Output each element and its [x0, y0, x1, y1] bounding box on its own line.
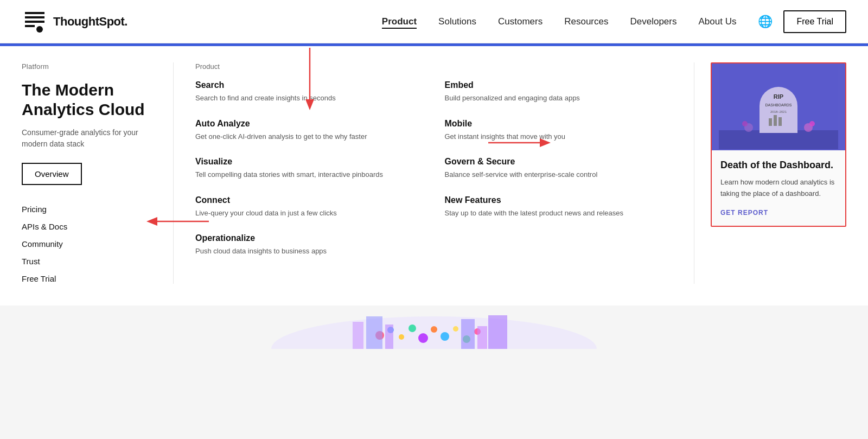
product-item-govern[interactable]: Govern & Secure Balance self-service wit…	[445, 157, 673, 180]
svg-point-33	[453, 326, 458, 332]
svg-rect-41	[488, 315, 507, 349]
nav-item-product[interactable]: Product	[382, 16, 417, 27]
svg-point-24	[809, 121, 815, 126]
promo-card: RIP DASHBOARDS 2018–2021	[711, 62, 846, 227]
platform-link-free-trial[interactable]: Free Trial	[22, 274, 56, 283]
svg-marker-10	[146, 217, 157, 226]
svg-rect-2	[25, 21, 44, 23]
nav-link-product[interactable]: Product	[382, 16, 417, 29]
nav-item-developers[interactable]: Developers	[630, 16, 676, 27]
product-item-desc: Tell compelling data stories with smart,…	[195, 169, 423, 180]
page-bottom	[0, 306, 868, 354]
logo-text: ThoughtSpot.	[53, 15, 127, 29]
arrow-left-indicator	[144, 213, 209, 232]
nav-item-solutions[interactable]: Solutions	[438, 16, 476, 27]
platform-link-trust[interactable]: Trust	[22, 257, 40, 266]
svg-marker-8	[540, 138, 551, 147]
product-item-title: Connect	[195, 195, 423, 205]
promo-body: Death of the Dashboard. Learn how modern…	[712, 150, 845, 226]
platform-column: Platform The Modern Analytics Cloud Cons…	[22, 62, 174, 284]
free-trial-button[interactable]: Free Trial	[783, 10, 846, 33]
product-grid: Search Search to find and create insight…	[195, 80, 672, 257]
svg-rect-1	[25, 16, 44, 18]
product-item-title: Mobile	[445, 119, 673, 129]
nav-link-customers[interactable]: Customers	[498, 16, 542, 27]
svg-point-31	[431, 326, 437, 333]
nav-right: 🌐 Free Trial	[758, 10, 846, 33]
list-item[interactable]: Pricing	[22, 205, 157, 214]
overview-button[interactable]: Overview	[22, 163, 82, 185]
svg-point-30	[418, 333, 428, 343]
svg-rect-19	[774, 115, 777, 126]
product-item-auto-analyze[interactable]: Auto Analyze Get one-click AI-driven ana…	[195, 119, 423, 142]
svg-rect-0	[25, 12, 44, 14]
dropdown-panel: Platform The Modern Analytics Cloud Cons…	[0, 46, 868, 306]
list-item[interactable]: Community	[22, 239, 157, 249]
product-item-desc: Get one-click AI-driven analysis to get …	[195, 131, 423, 142]
list-item[interactable]: Free Trial	[22, 274, 157, 284]
svg-point-23	[742, 121, 748, 126]
product-item-visualize[interactable]: Visualize Tell compelling data stories w…	[195, 157, 423, 180]
nav-item-resources[interactable]: Resources	[564, 16, 608, 27]
svg-rect-12	[719, 130, 838, 149]
svg-rect-3	[25, 25, 35, 27]
product-item-desc: Push cloud data insights to business app…	[195, 246, 423, 257]
svg-text:RIP: RIP	[774, 93, 783, 100]
product-item-title: Visualize	[195, 157, 423, 167]
platform-link-pricing[interactable]: Pricing	[22, 205, 47, 214]
nav-link-solutions[interactable]: Solutions	[438, 16, 476, 27]
nav-link-about[interactable]: About Us	[698, 16, 736, 27]
svg-rect-40	[477, 326, 487, 349]
product-item-new-features[interactable]: New Features Stay up to date with the la…	[445, 195, 673, 219]
product-item-embed[interactable]: Embed Build personalized and engaging da…	[445, 80, 673, 104]
product-item-operationalize[interactable]: Operationalize Push cloud data insights …	[195, 233, 423, 257]
platform-link-community[interactable]: Community	[22, 239, 63, 249]
product-item-title: Embed	[445, 80, 673, 90]
nav-link-resources[interactable]: Resources	[564, 16, 608, 27]
product-item-desc: Get instant insights that move with you	[445, 131, 673, 142]
platform-link-apis[interactable]: APIs & Docs	[22, 222, 67, 231]
svg-rect-39	[461, 319, 475, 349]
logo-icon	[22, 9, 48, 35]
promo-title: Death of the Dashboard.	[720, 159, 837, 171]
product-section-label: Product	[195, 62, 672, 71]
product-item-title: Govern & Secure	[445, 157, 673, 167]
product-item-desc: Build personalized and engaging data app…	[445, 93, 673, 104]
svg-rect-20	[778, 117, 782, 126]
tombstone-illustration: RIP DASHBOARDS 2018–2021	[719, 65, 838, 149]
arrow-right-indicator	[488, 135, 553, 153]
globe-icon[interactable]: 🌐	[758, 15, 773, 29]
platform-title: The Modern Analytics Cloud	[22, 80, 157, 119]
nav-link-developers[interactable]: Developers	[630, 16, 676, 27]
promo-cta-link[interactable]: GET REPORT	[720, 209, 768, 217]
nav-item-about[interactable]: About Us	[698, 16, 736, 27]
svg-point-4	[36, 26, 43, 33]
promo-desc: Learn how modern cloud analytics is taki…	[720, 177, 837, 200]
logo-area: ThoughtSpot.	[22, 9, 127, 35]
svg-point-28	[399, 334, 404, 340]
product-item-title: New Features	[445, 195, 673, 205]
svg-rect-37	[366, 316, 382, 349]
product-item-title: Operationalize	[195, 233, 423, 243]
product-item-mobile[interactable]: Mobile Get instant insights that move wi…	[445, 119, 673, 142]
product-column: Product Search Search to find and create…	[174, 62, 694, 284]
arrow-down-indicator	[302, 48, 318, 115]
svg-text:2018–2021: 2018–2021	[770, 110, 787, 113]
navbar: ThoughtSpot. Product Solutions Customers…	[0, 0, 868, 43]
list-item[interactable]: APIs & Docs	[22, 222, 157, 232]
product-item-title: Auto Analyze	[195, 119, 423, 129]
nav-item-customers[interactable]: Customers	[498, 16, 542, 27]
platform-links: Pricing APIs & Docs Community Trust Free…	[22, 205, 157, 284]
bottom-illustration	[271, 306, 597, 349]
svg-point-29	[409, 325, 416, 332]
svg-rect-18	[769, 118, 772, 126]
product-item-desc: Balance self-service with enterprise-sca…	[445, 169, 673, 180]
nav-links: Product Solutions Customers Resources De…	[382, 16, 737, 27]
svg-marker-6	[305, 99, 314, 110]
product-item-desc: Live-query your cloud data in just a few…	[195, 208, 423, 219]
product-item-connect[interactable]: Connect Live-query your cloud data in ju…	[195, 195, 423, 219]
promo-column: RIP DASHBOARDS 2018–2021	[694, 62, 846, 284]
list-item[interactable]: Trust	[22, 257, 157, 266]
product-item-desc: Stay up to date with the latest product …	[445, 208, 673, 219]
svg-point-32	[441, 332, 449, 341]
